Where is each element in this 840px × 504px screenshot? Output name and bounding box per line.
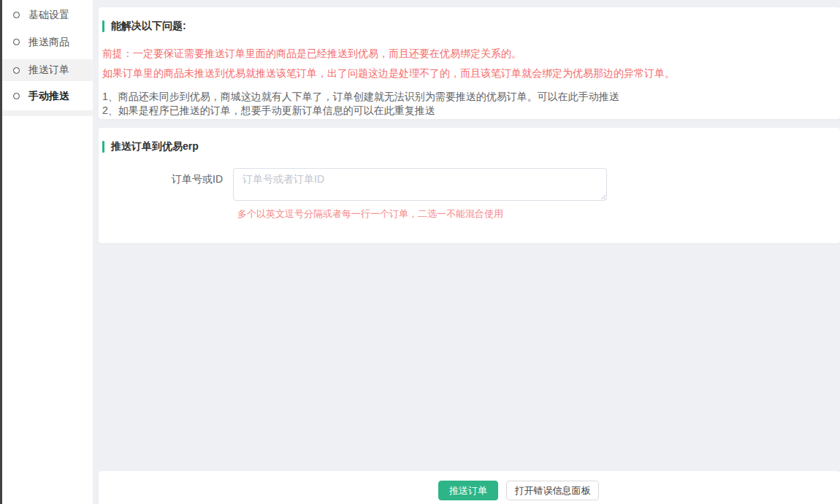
settings-sidebar: 基础设置 推送商品 推送订单 手动推送 — [2, 0, 93, 504]
note-line-1: 1、商品还未同步到优易，商城这边就有人下单了，订单创建就无法识别为需要推送的优易… — [102, 90, 840, 104]
intro-title-text: 能解决以下问题: — [111, 20, 186, 33]
note-line-2: 2、如果是程序已推送的订单，想要手动更新订单信息的可以在此重复推送 — [102, 104, 840, 118]
green-bar-icon — [102, 141, 104, 153]
order-id-form-row: 订单号或ID — [99, 168, 840, 201]
order-id-helper-text: 多个以英文逗号分隔或者每一行一个订单，二选一不能混合使用 — [237, 207, 840, 221]
form-section-title: 推送订单到优易erp — [102, 140, 840, 153]
push-order-button[interactable]: 推送订单 — [438, 481, 498, 500]
sidebar-item-basic-settings[interactable]: 基础设置 — [2, 1, 93, 28]
order-id-label: 订单号或ID — [99, 168, 233, 201]
intro-section-title: 能解决以下问题: — [102, 20, 840, 33]
sidebar-item-push-orders[interactable]: 推送订单 — [2, 56, 93, 83]
sidebar-divider — [2, 110, 93, 116]
radio-circle-icon — [13, 12, 20, 18]
sidebar-item-label: 推送订单 — [28, 64, 69, 77]
sidebar-item-manual-push[interactable]: 手动推送 — [2, 83, 93, 110]
green-bar-icon — [102, 20, 104, 32]
radio-circle-icon — [13, 93, 20, 99]
radio-circle-icon — [13, 67, 20, 74]
sidebar-item-push-products[interactable]: 推送商品 — [2, 28, 93, 56]
warning-line-2: 如果订单里的商品未推送到优易就推送该笔订单，出了问题这边是处理不了的，而且该笔订… — [102, 66, 840, 80]
form-title-text: 推送订单到优易erp — [111, 140, 199, 153]
intro-card: 能解决以下问题: 前提：一定要保证需要推送订单里面的商品是已经推送到优易，而且还… — [99, 7, 840, 119]
order-id-input[interactable] — [233, 168, 607, 201]
main-content: 能解决以下问题: 前提：一定要保证需要推送订单里面的商品是已经推送到优易，而且还… — [99, 0, 840, 504]
sidebar-item-label: 手动推送 — [28, 90, 69, 103]
notes-list: 1、商品还未同步到优易，商城这边就有人下单了，订单创建就无法识别为需要推送的优易… — [102, 90, 840, 118]
radio-circle-icon — [13, 39, 20, 45]
sidebar-item-label: 推送商品 — [28, 36, 69, 49]
order-id-textarea-wrap — [233, 168, 607, 201]
push-order-form-card: 推送订单到优易erp 订单号或ID 多个以英文逗号分隔或者每一行一个订单，二选一… — [99, 128, 840, 243]
sidebar-item-label: 基础设置 — [28, 9, 69, 22]
open-error-panel-button[interactable]: 打开错误信息面板 — [506, 481, 599, 500]
action-footer: 推送订单 打开错误信息面板 — [99, 471, 840, 504]
warning-line-1: 前提：一定要保证需要推送订单里面的商品是已经推送到优易，而且还要在优易绑定关系的… — [102, 47, 840, 61]
